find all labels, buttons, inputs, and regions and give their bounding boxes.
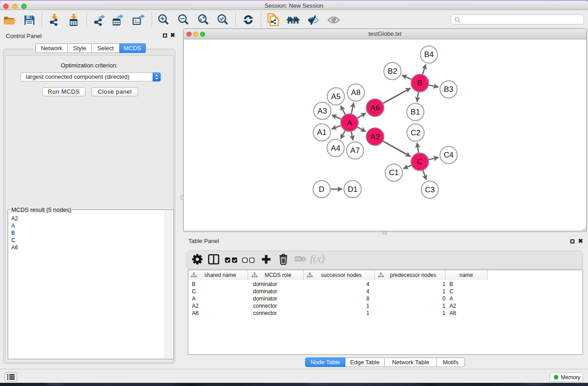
svg-text:A2: A2	[370, 133, 380, 141]
svg-text:A8: A8	[351, 88, 361, 97]
svg-text:A7: A7	[350, 146, 360, 155]
svg-text:B: B	[417, 79, 422, 87]
svg-text:A4: A4	[331, 144, 340, 152]
svg-text:A6: A6	[370, 104, 380, 112]
svg-text:D: D	[319, 185, 324, 194]
svg-text:D1: D1	[348, 185, 358, 194]
svg-text:A3: A3	[318, 107, 327, 115]
svg-text:C3: C3	[425, 186, 435, 194]
svg-text:A1: A1	[317, 128, 327, 137]
svg-text:C1: C1	[389, 168, 399, 177]
svg-text:A: A	[347, 119, 352, 127]
svg-text:C2: C2	[411, 129, 421, 137]
svg-text:C: C	[417, 157, 422, 166]
svg-text:B2: B2	[388, 67, 397, 76]
svg-text:B4: B4	[424, 50, 434, 59]
svg-text:B3: B3	[444, 85, 454, 94]
svg-text:C4: C4	[444, 151, 454, 159]
svg-text:B1: B1	[411, 108, 420, 116]
svg-text:A5: A5	[331, 92, 341, 101]
